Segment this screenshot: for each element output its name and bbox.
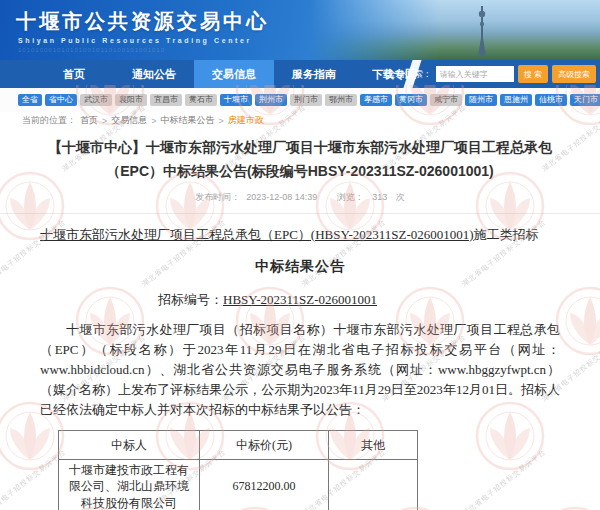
breadcrumb-separator: >	[151, 116, 156, 126]
region-tab-10[interactable]: 孝感市	[360, 94, 392, 106]
project-name-suffix: 施工类招标	[474, 227, 539, 242]
main-nav: 首页通知公告交易信息服务指南下载专区	[34, 60, 434, 88]
result-announcement-heading: 中标结果公告	[40, 258, 560, 276]
region-tab-15[interactable]: 仙桃市	[535, 94, 567, 106]
region-tab-12[interactable]: 咸宁市	[430, 94, 462, 106]
region-tab-9[interactable]: 鄂州市	[325, 94, 357, 106]
bid-number-value: HBSY-202311SZ-026001001	[223, 292, 377, 307]
breadcrumb-current[interactable]: 房建市政	[228, 114, 264, 127]
page-title: 【十堰市中心】十堰市东部污水处理厂项目十堰市东部污水处理厂项目工程总承包（EPC…	[22, 136, 578, 184]
banner-binary-decoration: 1010100010101010010110100101001010	[18, 47, 165, 53]
banner-cityscape-image	[310, 0, 600, 60]
views-label: 浏览：	[337, 192, 364, 202]
result-table: 中标人中标价(元)其他 十堰市建投市政工程有限公司、湖北山鼎环境科技股份有限公司…	[58, 430, 418, 510]
article-meta: 发布时间：2023-12-08 14:39 浏览： 313 次	[0, 191, 600, 214]
breadcrumb-item-2[interactable]: 中标结果公告	[161, 114, 215, 127]
region-tab-bar: 全省省中心武汉市襄阳市宜昌市黄石市十堰市荆州市荆门市鄂州市孝感市黄冈市咸宁市随州…	[0, 88, 600, 112]
region-tab-0[interactable]: 全省	[18, 94, 42, 106]
views-unit: 次	[396, 192, 405, 202]
publish-time-label: 发布时间：	[195, 192, 240, 202]
price-cell: 67812200.00	[200, 460, 329, 510]
result-col-header-0: 中标人	[59, 431, 200, 460]
main-navbar: 首页通知公告交易信息服务指南下载专区 全站搜索： 搜 索 高级搜索	[0, 60, 600, 88]
tv-tower-icon	[469, 2, 495, 60]
result-table-row: 十堰市建投市政工程有限公司、湖北山鼎环境科技股份有限公司67812200.00	[59, 460, 418, 510]
site-title: 十堰市公共资源交易中心	[16, 8, 269, 35]
result-col-header-1: 中标价(元)	[200, 431, 329, 460]
breadcrumb-item-0[interactable]: 首页	[80, 114, 98, 127]
bid-number-label: 招标编号：	[158, 292, 223, 307]
region-tab-16[interactable]: 天门市	[570, 94, 600, 106]
page-root: 十堰市公共资源交易中心 Shiyan Public Resources Trad…	[0, 0, 600, 510]
project-heading-line: 十堰市东部污水处理厂项目工程总承包（EPC）(HBSY-202311SZ-026…	[40, 226, 560, 244]
nav-tab-3[interactable]: 服务指南	[274, 60, 354, 88]
breadcrumb-item-1[interactable]: 交易信息	[111, 114, 147, 127]
other-cell	[329, 460, 418, 510]
region-tab-5[interactable]: 黄石市	[185, 94, 217, 106]
breadcrumb-separator: >	[102, 116, 107, 126]
region-tab-1[interactable]: 省中心	[45, 94, 77, 106]
region-tab-2[interactable]: 武汉市	[80, 94, 112, 106]
project-name-underlined: 十堰市东部污水处理厂项目工程总承包（EPC）(HBSY-202311SZ-026…	[40, 227, 474, 242]
advanced-search-button[interactable]: 高级搜索	[552, 65, 596, 83]
region-tab-4[interactable]: 宜昌市	[150, 94, 182, 106]
winner-cell: 十堰市建投市政工程有限公司、湖北山鼎环境科技股份有限公司	[59, 460, 200, 510]
breadcrumb: 当前的位置：首页>交易信息>中标结果公告>房建市政	[22, 114, 264, 127]
article-body: 十堰市东部污水处理厂项目工程总承包（EPC）(HBSY-202311SZ-026…	[0, 214, 600, 510]
nav-tab-1[interactable]: 通知公告	[114, 60, 194, 88]
nav-tab-2[interactable]: 交易信息	[194, 60, 274, 88]
region-tab-13[interactable]: 随州市	[465, 94, 497, 106]
site-subtitle-en: Shiyan Public Resources Trading Center	[18, 37, 252, 44]
bid-number-line: 招标编号：HBSY-202311SZ-026001001	[158, 291, 560, 309]
nav-tab-0[interactable]: 首页	[34, 60, 114, 88]
result-col-header-2: 其他	[329, 431, 418, 460]
result-table-header-row: 中标人中标价(元)其他	[59, 431, 418, 460]
region-tab-6[interactable]: 十堰市	[220, 94, 252, 106]
breadcrumb-separator: >	[219, 116, 224, 126]
search-input[interactable]	[436, 66, 514, 82]
breadcrumb-prefix: 当前的位置：	[22, 114, 76, 127]
announcement-article: 【十堰市中心】十堰市东部污水处理厂项目十堰市东部污水处理厂项目工程总承包（EPC…	[0, 130, 600, 510]
search-label: 全站搜索：	[387, 68, 432, 81]
search-area: 全站搜索： 搜 索 高级搜索	[387, 60, 596, 88]
announcement-paragraph: 十堰市东部污水处理厂项目（招标项目名称）十堰市东部污水处理厂项目工程总承包（EP…	[40, 320, 560, 421]
views-count: 313	[372, 192, 387, 202]
publish-time-value: 2023-12-08 14:39	[246, 192, 317, 202]
search-button[interactable]: 搜 索	[518, 65, 548, 83]
site-banner: 十堰市公共资源交易中心 Shiyan Public Resources Trad…	[0, 0, 600, 60]
region-tab-8[interactable]: 荆门市	[290, 94, 322, 106]
region-tab-14[interactable]: 恩施州	[500, 94, 532, 106]
region-tab-11[interactable]: 黄冈市	[395, 94, 427, 106]
region-tab-7[interactable]: 荆州市	[255, 94, 287, 106]
region-tab-3[interactable]: 襄阳市	[115, 94, 147, 106]
result-table-body: 十堰市建投市政工程有限公司、湖北山鼎环境科技股份有限公司67812200.00	[59, 460, 418, 510]
